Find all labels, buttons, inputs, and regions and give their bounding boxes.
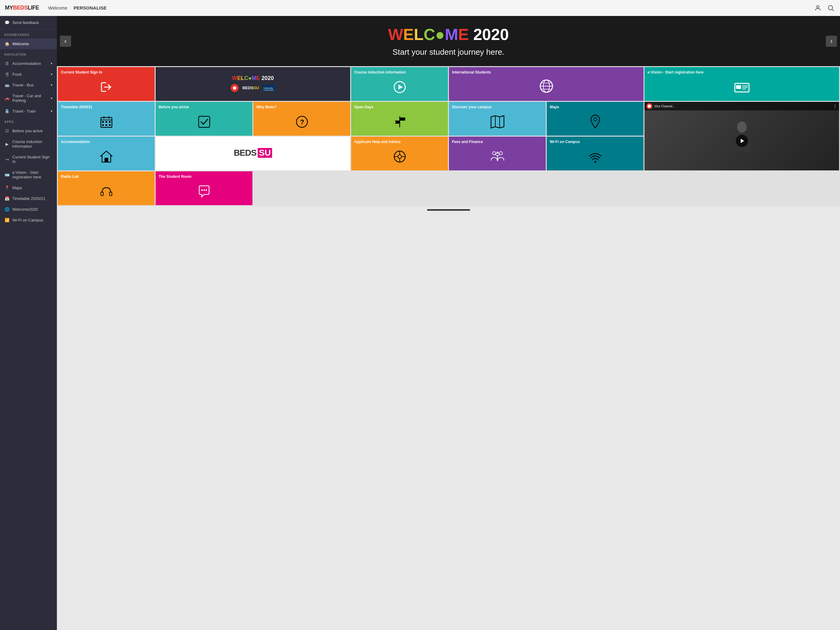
apps-section-label: APPS	[0, 117, 57, 125]
svg-rect-23	[102, 121, 104, 123]
video-play-button[interactable]	[736, 135, 748, 147]
top-nav-icons	[813, 4, 835, 12]
sidebar-train-label: Travel - Train	[12, 109, 36, 114]
svg-marker-3	[233, 86, 237, 90]
uob-logo: University of Bedfordshire	[263, 85, 275, 91]
svg-point-54	[497, 152, 498, 154]
user-icon[interactable]	[813, 4, 822, 12]
sidebar-item-welcome2020[interactable]: 🌐 Welcome2020	[0, 204, 57, 215]
svg-rect-33	[400, 117, 405, 120]
tile-radio-label: Radio Lab	[61, 174, 79, 179]
sidebar-before-label: Before you arrive	[12, 128, 43, 133]
sidebar-item-course-induction[interactable]: ▶ Course induction information	[0, 136, 57, 152]
sidebar-item-travel-train[interactable]: 🚆 Travel - Train ▾	[0, 106, 57, 117]
banner-prev-button[interactable]: ‹	[60, 36, 71, 47]
tile-radio-lab[interactable]: Radio Lab	[58, 171, 155, 205]
helpwheel-tile-icon	[393, 150, 406, 166]
svg-point-50	[493, 152, 496, 155]
svg-point-45	[398, 155, 401, 158]
tile-international-students[interactable]: International Students	[449, 67, 644, 101]
welcome-banner: ‹ WELC●ME 2020 Start your student journe…	[57, 16, 840, 66]
banner-title: WELC●ME 2020	[63, 25, 834, 44]
tile-maps-label: Maps	[550, 105, 559, 110]
tile-accommodation[interactable]: Accommodation	[58, 136, 155, 171]
wifi-tile-icon	[588, 151, 602, 166]
sidebar-item-travel-bus[interactable]: 🚌 Travel - Bus ▾	[0, 80, 57, 90]
tile-maps[interactable]: Maps	[547, 102, 644, 136]
pin-tile-icon	[590, 114, 601, 131]
tile-wifi[interactable]: Wi-Fi on Campus	[547, 136, 644, 171]
tile-timetable[interactable]: Timetable 2020/21	[58, 102, 155, 136]
svg-point-51	[499, 152, 502, 155]
svg-point-0	[816, 6, 819, 8]
sidebar-item-travel-car[interactable]: 🚗 Travel - Car and Parking ▾	[0, 90, 57, 106]
banner-title-l: L	[414, 25, 424, 43]
tile-video[interactable]: Vice Chancel... ⋮	[644, 102, 839, 171]
tile-before-you-arrive[interactable]: Before you arrive	[156, 102, 253, 136]
banner-next-button[interactable]: ›	[826, 36, 837, 47]
app-logo[interactable]: MYBEDSLIFE	[5, 5, 39, 11]
sidebar-item-food[interactable]: 🍴 Food ▾	[0, 69, 57, 80]
welcome-tile-title: WELC●ME 2020	[232, 75, 274, 82]
banner-title-w: W	[388, 25, 403, 43]
tile-current-student-signin[interactable]: Current Student Sign In	[58, 67, 155, 101]
sidebar-welcome-label: Welcome	[12, 41, 29, 46]
logo-my: MY	[5, 5, 13, 11]
chevron-down-icon: ▾	[51, 109, 52, 113]
tile-fees-finance[interactable]: Fees and Finance	[449, 136, 546, 171]
navigation-section-label: NAVIGATION	[0, 49, 57, 58]
sidebar-food-label: Food	[12, 72, 22, 77]
svg-rect-24	[106, 121, 107, 123]
welcome2020-app-icon: 🌐	[4, 207, 10, 212]
video-play-overlay	[644, 111, 839, 171]
sidebar-item-before-you-arrive[interactable]: ☑ Before you arrive	[0, 125, 57, 136]
logo-life: LIFE	[28, 5, 39, 11]
welcome-tile-logos: BEDSSU University of Bedfordshire	[231, 84, 275, 92]
house-tile-icon	[99, 150, 113, 166]
logo-beds: BEDS	[13, 5, 28, 11]
tile-course-induction[interactable]: Course induction information	[351, 67, 448, 101]
tile-bedssu[interactable]: BEDS SU	[156, 136, 350, 171]
send-feedback-button[interactable]: 💬 Send feedback	[0, 16, 57, 30]
tile-induction-label: Course induction information	[354, 70, 406, 75]
video-top-bar: Vice Chancel... ⋮	[644, 102, 839, 111]
video-title: Vice Chancel...	[654, 104, 831, 108]
train-nav-icon: 🚆	[4, 109, 10, 114]
tile-student-room[interactable]: The Student Room	[156, 171, 253, 205]
sidebar-item-current-student[interactable]: ↪ Current Student Sign In	[0, 152, 57, 167]
accommodation-nav-icon: ☰	[4, 61, 10, 66]
sidebar-item-timetable[interactable]: 📅 Timetable 2020/21	[0, 193, 57, 204]
car-nav-icon: 🚗	[4, 96, 10, 101]
tile-why-beds[interactable]: Why Beds? ?	[253, 102, 350, 136]
svg-marker-41	[741, 139, 744, 143]
card-tile-icon	[734, 82, 750, 97]
tile-before-label: Before you arrive	[159, 105, 189, 110]
bedssu-text: BEDSSU	[242, 85, 259, 90]
sidebar-car-label: Travel - Car and Parking	[12, 93, 48, 103]
banner-title-year: 2020	[473, 25, 509, 43]
search-icon[interactable]	[826, 4, 835, 12]
sidebar-item-welcome[interactable]: 🏠 Welcome	[0, 38, 57, 49]
nav-personalise[interactable]: PERSONALISE	[74, 4, 107, 12]
tile-applicant-help[interactable]: Applicant Help and Advice	[351, 136, 448, 171]
svg-marker-34	[395, 120, 400, 123]
maps-app-icon: 📍	[4, 185, 10, 190]
chevron-down-icon: ▾	[51, 62, 52, 65]
nav-welcome[interactable]: Welcome	[48, 4, 67, 12]
sidebar-item-wifi[interactable]: 📶 Wi-Fi on Campus	[0, 215, 57, 225]
video-more-icon[interactable]: ⋮	[833, 104, 837, 109]
feedback-icon: 💬	[4, 20, 10, 25]
signin-tile-icon	[99, 80, 113, 97]
tile-evision[interactable]: e:Vision - Start registration here	[644, 67, 839, 101]
tile-welcome2020[interactable]: WELC●ME 2020 BEDSSU University of Bed	[156, 67, 350, 101]
tile-open-days[interactable]: Open Days	[351, 102, 448, 136]
sidebar-item-accommodation[interactable]: ☰ Accommodation ▾	[0, 58, 57, 69]
tile-discover-campus[interactable]: Discover your campus	[449, 102, 546, 136]
svg-rect-15	[736, 85, 741, 89]
signin-app-icon: ↪	[4, 157, 10, 162]
sidebar-item-evision[interactable]: 🪪 e:Vision - Start registration here	[0, 167, 57, 182]
banner-title-e2: E	[458, 25, 469, 43]
tile-international-label: International Students	[452, 70, 491, 75]
sidebar-item-maps[interactable]: 📍 Maps	[0, 182, 57, 193]
bedssu-small-logo	[231, 84, 238, 92]
